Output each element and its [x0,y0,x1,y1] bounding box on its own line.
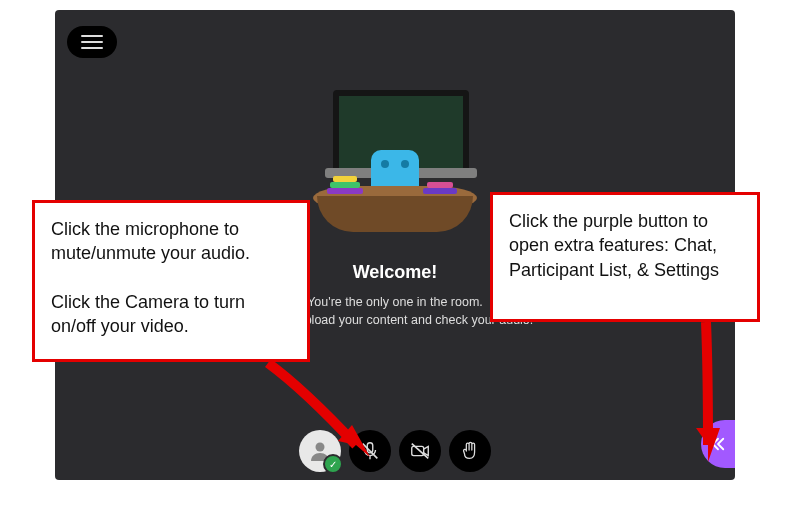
arrow-left-icon [258,345,388,465]
raise-hand-button[interactable] [449,430,491,472]
camera-off-icon [409,440,431,462]
hamburger-icon [81,35,103,49]
annotation-right: Click the purple button to open extra fe… [490,192,760,322]
svg-marker-6 [696,428,720,462]
arrow-right-icon [678,310,738,470]
raise-hand-icon [459,440,481,462]
annotation-left: Click the microphone to mute/unmute your… [32,200,310,362]
svg-rect-3 [412,446,424,455]
classroom-illustration [305,90,485,240]
session-menu-button[interactable] [67,26,117,58]
camera-button[interactable] [399,430,441,472]
